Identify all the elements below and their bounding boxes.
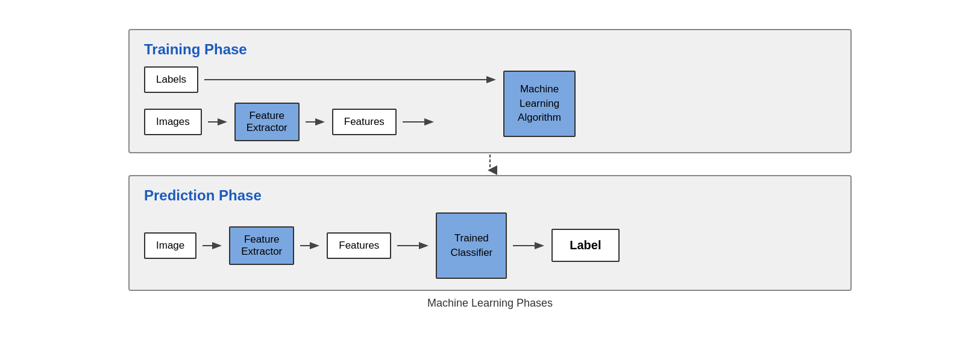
pred-features-to-classifier-arrow	[396, 239, 431, 252]
features-to-algo-arrow	[401, 115, 436, 129]
images-node: Images	[144, 109, 202, 135]
image-to-fe-arrow	[201, 239, 224, 252]
prediction-phase-box: Prediction Phase Image FeatureExtractor	[128, 175, 852, 291]
prediction-features-node: Features	[327, 232, 391, 259]
diagram-container: Training Phase Labels	[128, 29, 852, 310]
training-feature-extractor: FeatureExtractor	[234, 103, 300, 141]
pred-fe-to-features-arrow	[299, 239, 322, 252]
fe-to-features-arrow	[304, 115, 327, 129]
training-phase-title: Training Phase	[144, 41, 836, 58]
phase-connector	[128, 153, 852, 175]
trained-classifier-node: TrainedClassifier	[436, 212, 507, 279]
training-features-node: Features	[332, 109, 397, 135]
prediction-feature-extractor: FeatureExtractor	[229, 226, 294, 265]
diagram-caption: Machine Learning Phases	[427, 297, 553, 310]
classifier-to-label-arrow	[512, 239, 547, 252]
images-to-fe-arrow	[207, 115, 230, 129]
training-phase-box: Training Phase Labels	[128, 29, 852, 153]
labels-to-algo-arrow	[203, 73, 498, 86]
label-output-node: Label	[551, 229, 619, 262]
labels-node: Labels	[144, 66, 198, 93]
ml-algorithm-node: MachineLearningAlgorithm	[503, 71, 576, 137]
image-node: Image	[144, 232, 196, 259]
prediction-phase-title: Prediction Phase	[144, 187, 836, 204]
